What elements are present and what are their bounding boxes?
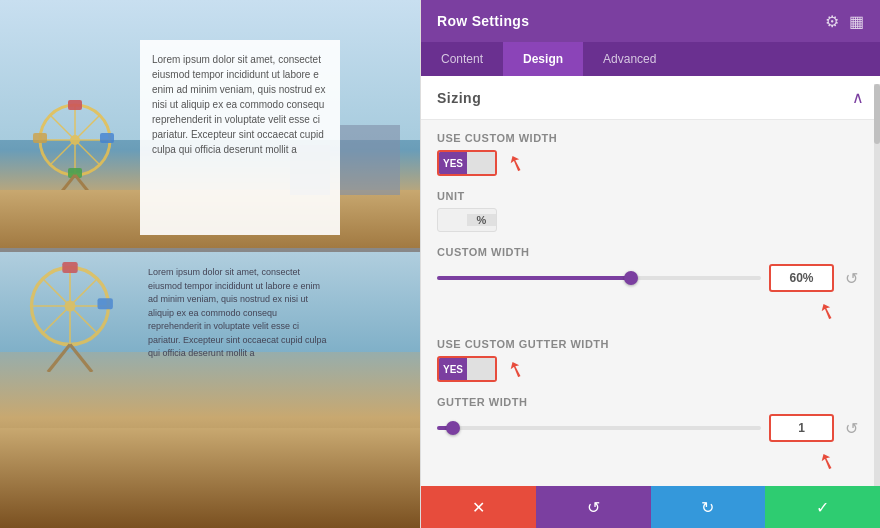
cancel-button[interactable]: ✕ <box>421 486 536 528</box>
label-gutter-width: Gutter Width <box>437 396 864 408</box>
panel-tabs: Content Design Advanced <box>421 42 880 76</box>
arrow-custom-width-value: ➘ <box>814 296 840 327</box>
unit-toggle[interactable]: % <box>437 208 497 232</box>
label-custom-width: Custom Width <box>437 246 864 258</box>
reset-custom-width[interactable]: ↺ <box>838 265 864 291</box>
field-custom-width: Custom Width ↺ ➘ <box>437 246 864 324</box>
layout-icon[interactable]: ▦ <box>849 12 864 31</box>
section-toggle-sizing[interactable]: ∧ <box>852 88 864 107</box>
canvas-area: Lorem ipsum dolor sit amet, consectet ei… <box>0 0 420 528</box>
unit-option-percent[interactable]: % <box>467 214 496 226</box>
gutter-slider-container[interactable] <box>437 426 761 430</box>
reset-gutter-width[interactable]: ↺ <box>838 415 864 441</box>
use-custom-width-row: YES ➘ <box>437 150 864 176</box>
overlay-paragraph-1: Lorem ipsum dolor sit amet, consectet ei… <box>140 40 340 169</box>
slider-thumb-width[interactable] <box>624 271 638 285</box>
toggle-gutter-no-side <box>467 358 495 380</box>
field-gutter-width: Gutter Width ↺ ➘ <box>437 396 864 474</box>
label-unit: Unit <box>437 190 864 202</box>
toggle-yes-label: YES <box>439 152 467 174</box>
toggle-custom-width[interactable]: YES <box>437 150 497 176</box>
toggle-gutter-yes: YES <box>439 358 467 380</box>
gutter-width-input[interactable] <box>769 414 834 442</box>
panel-footer: ✕ ↺ ↻ ✓ <box>421 486 880 528</box>
custom-width-input-group: ↺ <box>769 264 864 292</box>
settings-icon[interactable]: ⚙ <box>825 12 839 31</box>
save-icon: ✓ <box>816 498 829 517</box>
svg-rect-18 <box>62 262 77 273</box>
use-custom-gutter-row: YES ➘ <box>437 356 864 382</box>
tab-advanced[interactable]: Advanced <box>583 42 676 76</box>
redo-icon: ↻ <box>701 498 714 517</box>
arrow-gutter-container: ➘ <box>437 448 864 474</box>
panel-content: Sizing ∧ Use Custom Width YES ➘ Unit <box>421 76 880 486</box>
gutter-input-group: ↺ <box>769 414 864 442</box>
content-overlay: Lorem ipsum dolor sit amet, consectet ei… <box>140 40 340 235</box>
settings-panel: Row Settings ⚙ ▦ Content Design Advanced… <box>420 0 880 528</box>
header-icons: ⚙ ▦ <box>825 12 864 31</box>
arrow-gutter-value: ➘ <box>814 446 840 477</box>
tab-content[interactable]: Content <box>421 42 503 76</box>
field-use-custom-gutter: Use Custom Gutter Width YES ➘ <box>437 338 864 382</box>
scrollbar-thumb[interactable] <box>874 84 880 144</box>
canvas-paragraph-2: Lorem ipsum dolor sit amet, consectet ei… <box>140 258 340 369</box>
svg-rect-6 <box>68 100 82 110</box>
redo-button[interactable]: ↻ <box>651 486 766 528</box>
sizing-section-body: Use Custom Width YES ➘ Unit % <box>421 120 880 486</box>
label-use-custom-width: Use Custom Width <box>437 132 864 144</box>
arrow-gutter-toggle: ➘ <box>503 354 529 385</box>
toggle-no-side <box>467 152 495 174</box>
arrow-width-container: ➘ <box>437 298 864 324</box>
cancel-icon: ✕ <box>472 498 485 517</box>
arrow-custom-width: ➘ <box>503 148 529 179</box>
slider-thumb-gutter[interactable] <box>446 421 460 435</box>
slider-fill-width <box>437 276 631 280</box>
custom-width-input[interactable] <box>769 264 834 292</box>
field-use-custom-width: Use Custom Width YES ➘ <box>437 132 864 176</box>
slider-track-gutter <box>437 426 761 430</box>
toggle-custom-gutter[interactable]: YES <box>437 356 497 382</box>
gutter-width-slider-row: ↺ <box>437 414 864 442</box>
undo-icon: ↺ <box>587 498 600 517</box>
panel-title: Row Settings <box>437 13 529 29</box>
save-button[interactable]: ✓ <box>765 486 880 528</box>
custom-width-slider-container[interactable] <box>437 276 761 280</box>
panel-header: Row Settings ⚙ ▦ <box>421 0 880 42</box>
section-title-sizing: Sizing <box>437 90 481 106</box>
tab-design[interactable]: Design <box>503 42 583 76</box>
scrollbar-track <box>874 84 880 486</box>
label-use-custom-gutter: Use Custom Gutter Width <box>437 338 864 350</box>
field-unit: Unit % <box>437 190 864 232</box>
svg-line-20 <box>48 345 70 373</box>
svg-rect-19 <box>98 298 113 309</box>
custom-width-slider-row: ↺ <box>437 264 864 292</box>
svg-line-21 <box>70 345 92 373</box>
slider-track-width <box>437 276 761 280</box>
sizing-section-header: Sizing ∧ <box>421 76 880 120</box>
undo-button[interactable]: ↺ <box>536 486 651 528</box>
svg-rect-7 <box>100 133 114 143</box>
svg-rect-9 <box>33 133 47 143</box>
